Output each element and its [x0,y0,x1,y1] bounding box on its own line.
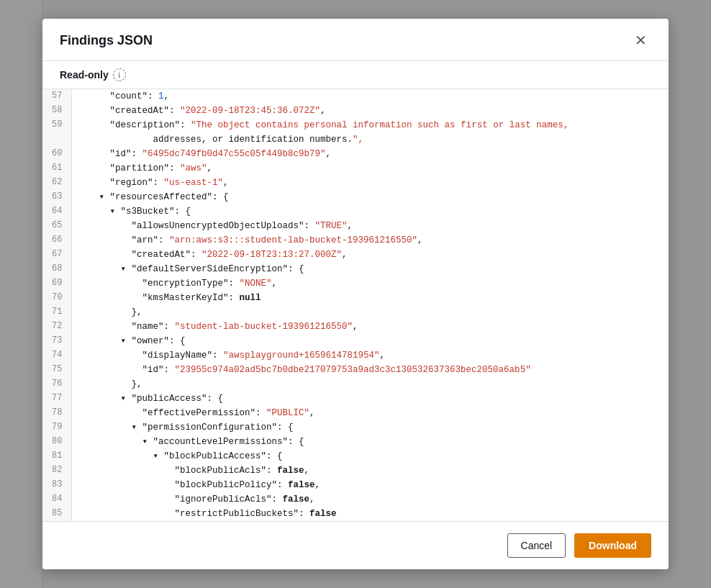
table-row: 57 "count": 1, [42,89,669,104]
line-number: 67 [42,248,71,262]
table-row: 60 "id": "6495dc749fb0d47c55c05f449b8c9b… [42,147,669,161]
line-number: 57 [42,89,71,104]
line-content: ▾ "s3Bucket": { [71,204,669,219]
line-number: 81 [42,449,71,463]
line-number: 65 [42,219,71,233]
table-row: 83 "blockPublicPolicy": false, [42,478,669,492]
table-row: 79 ▾ "permissionConfiguration": { [42,420,669,435]
line-number: 63 [42,190,71,204]
line-content: "id": "6495dc749fb0d47c55c05f449b8c9b79"… [71,147,669,161]
table-row: addresses, or identification numbers.", [42,132,669,147]
table-row: 78 "effectivePermission": "PUBLIC", [42,406,669,420]
line-content: "arn": "arn:aws:s3:::student-lab-bucket-… [71,233,669,248]
line-number: 70 [42,291,71,305]
modal-header: Findings JSON ✕ [42,19,669,61]
line-number: 60 [42,147,71,161]
line-content: }, [71,377,669,392]
line-content: ▾ "blockPublicAccess": { [71,449,669,463]
line-content: ▾ "resourcesAffected": { [71,190,669,204]
table-row: 64 ▾ "s3Bucket": { [42,204,669,219]
line-content: "ignorePublicAcls": false, [71,492,669,507]
line-number: 83 [42,478,71,492]
cancel-button[interactable]: Cancel [507,533,566,558]
line-content: "count": 1, [71,89,669,104]
table-row: 67 "createdAt": "2022-09-18T23:13:27.000… [42,248,669,262]
line-number: 68 [42,262,71,276]
line-content: "createdAt": "2022-09-18T23:45:36.072Z", [71,104,669,118]
line-content: "region": "us-east-1", [71,176,669,190]
modal-backdrop: Findings JSON ✕ Read-only i 57 "count": … [0,0,711,588]
table-row: 70 "kmsMasterKeyId": null [42,291,669,305]
download-button[interactable]: Download [574,533,651,558]
line-content: "description": "The object contains pers… [71,118,669,132]
line-content: "kmsMasterKeyId": null [71,291,669,305]
table-row: 84 "ignorePublicAcls": false, [42,492,669,507]
line-content: addresses, or identification numbers.", [71,132,669,147]
line-content: ▾ "owner": { [71,334,669,348]
table-row: 81 ▾ "blockPublicAccess": { [42,449,669,463]
line-number: 69 [42,276,71,291]
line-number: 73 [42,334,71,348]
line-number: 82 [42,463,71,478]
line-number: 79 [42,420,71,435]
modal-body: 57 "count": 1,58 "createdAt": "2022-09-1… [42,89,669,521]
line-number: 66 [42,233,71,248]
table-row: 62 "region": "us-east-1", [42,176,669,190]
line-content: ▾ "permissionConfiguration": { [71,420,669,435]
table-row: 75 "id": "23955c974a02ad5bc7b0dbe2170797… [42,363,669,377]
line-number: 64 [42,204,71,219]
table-row: 74 "displayName": "awsplayground+1659614… [42,348,669,363]
table-row: 63 ▾ "resourcesAffected": { [42,190,669,204]
close-button[interactable]: ✕ [630,32,651,49]
line-content: "id": "23955c974a02ad5bc7b0dbe217079753a… [71,363,669,377]
findings-json-modal: Findings JSON ✕ Read-only i 57 "count": … [42,19,669,569]
line-content: ▾ "defaultServerSideEncryption": { [71,262,669,276]
table-row: 65 "allowsUnencryptedObjectUploads": "TR… [42,219,669,233]
line-number: 62 [42,176,71,190]
line-number: 75 [42,363,71,377]
line-content: "effectivePermission": "PUBLIC", [71,406,669,420]
line-content: ▾ "accountLevelPermissions": { [71,435,669,449]
table-row: 61 "partition": "aws", [42,161,669,176]
modal-title: Findings JSON [60,33,153,48]
line-number: 71 [42,305,71,320]
table-row: 82 "blockPublicAcls": false, [42,463,669,478]
line-content: "blockPublicAcls": false, [71,463,669,478]
line-content: "blockPublicPolicy": false, [71,478,669,492]
table-row: 59 "description": "The object contains p… [42,118,669,132]
line-number: 84 [42,492,71,507]
table-row: 76 }, [42,377,669,392]
line-content: "restrictPublicBuckets": false [71,507,669,521]
code-table: 57 "count": 1,58 "createdAt": "2022-09-1… [42,89,669,521]
line-number: 85 [42,507,71,521]
info-icon[interactable]: i [113,68,126,81]
table-row: 73 ▾ "owner": { [42,334,669,348]
table-row: 66 "arn": "arn:aws:s3:::student-lab-buck… [42,233,669,248]
table-row: 71 }, [42,305,669,320]
line-number [42,132,71,147]
modal-subheader: Read-only i [42,61,669,89]
line-content: "name": "student-lab-bucket-193961216550… [71,320,669,334]
line-content: ▾ "publicAccess": { [71,392,669,406]
line-content: }, [71,305,669,320]
table-row: 72 "name": "student-lab-bucket-193961216… [42,320,669,334]
line-number: 80 [42,435,71,449]
line-number: 77 [42,392,71,406]
table-row: 68 ▾ "defaultServerSideEncryption": { [42,262,669,276]
table-row: 85 "restrictPublicBuckets": false [42,507,669,521]
line-number: 72 [42,320,71,334]
json-code-container[interactable]: 57 "count": 1,58 "createdAt": "2022-09-1… [42,89,669,521]
line-content: "createdAt": "2022-09-18T23:13:27.000Z", [71,248,669,262]
line-number: 74 [42,348,71,363]
line-number: 58 [42,104,71,118]
line-content: "displayName": "awsplayground+1659614781… [71,348,669,363]
line-number: 59 [42,118,71,132]
modal-footer: Cancel Download [42,521,669,569]
line-number: 76 [42,377,71,392]
readonly-label: Read-only [60,69,109,81]
line-number: 78 [42,406,71,420]
table-row: 58 "createdAt": "2022-09-18T23:45:36.072… [42,104,669,118]
line-content: "allowsUnencryptedObjectUploads": "TRUE"… [71,219,669,233]
table-row: 80 ▾ "accountLevelPermissions": { [42,435,669,449]
table-row: 69 "encryptionType": "NONE", [42,276,669,291]
